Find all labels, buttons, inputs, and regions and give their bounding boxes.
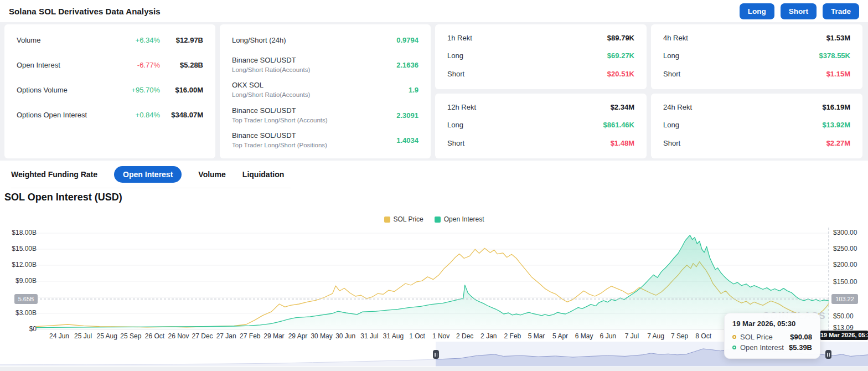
tab-volume[interactable]: Volume [198, 170, 226, 179]
axis-tick-label: 29 Apr [288, 332, 308, 340]
rekt-title: 12h Rekt [447, 103, 476, 111]
long-button[interactable]: Long [740, 3, 774, 19]
date-crosshair-badge: 19 Mar 2026, 05:30 [820, 331, 868, 340]
axis-tick-label: 31 Jul [360, 332, 378, 340]
tab-liquidation[interactable]: Liquidation [242, 170, 284, 179]
stat-row: Options Volume +95.70% $16.00M [17, 78, 203, 102]
stat-row: Options Open Interest +0.84% $348.07M [17, 102, 203, 127]
axis-tick-label: 6 May [575, 332, 593, 340]
axis-tick-label: $3.00B [4, 309, 37, 317]
tooltip-label: SOL Price [740, 333, 773, 341]
stat-value: $12.97B [160, 36, 203, 44]
ratio-row: Binance SOL/USDT Top Trader Long/Short (… [232, 128, 418, 153]
short-button[interactable]: Short [781, 3, 817, 19]
axis-tick-label: 29 Mar [264, 332, 284, 340]
rekt-short-label: Short [447, 139, 464, 147]
axis-tick-label: 25 Aug [97, 332, 117, 340]
axis-tick-label: 27 Dec [192, 332, 213, 340]
header: Solana SOL Derivatives Data Analysis Lon… [0, 0, 868, 22]
axis-tick-label: 25 Sep [120, 332, 141, 340]
axis-tick-label: 30 May [311, 332, 332, 340]
axis-tick-label: 27 Jan [216, 332, 236, 340]
tab-weighted-funding-rate[interactable]: Weighted Funding Rate [11, 170, 97, 179]
trade-button[interactable]: Trade [823, 3, 859, 19]
ratio-label: OKX SOL [232, 81, 310, 90]
rekt-short-label: Short [663, 139, 680, 147]
stat-row: Volume +6.34% $12.97B [17, 28, 203, 53]
rekt-total: $1.53M [826, 34, 850, 42]
axis-tick-label: $200.00 [833, 261, 866, 269]
axis-tick-label: 7 Aug [647, 332, 664, 340]
tooltip-value: $5.39B [789, 343, 812, 352]
rekt-long-label: Long [663, 51, 679, 60]
rekt-long-value: $378.55K [819, 51, 850, 60]
axis-tick-label: $0 [4, 325, 37, 333]
tooltip-label: Open Interest [740, 343, 784, 352]
axis-tick-label: 2 Dec [456, 332, 473, 340]
rekt-short-value: $1.15M [826, 70, 850, 78]
rekt-long-label: Long [447, 121, 463, 129]
rekt-column-1: 1h Rekt$89.79K Long$69.27K Short$20.51K … [435, 24, 647, 158]
ratio-row: OKX SOL Long/Short Ratio(Accounts) 1.9 [232, 78, 418, 102]
stat-change: +95.70% [131, 86, 160, 94]
axis-tick-label: 2 Feb [504, 332, 521, 340]
legend-sol-price[interactable]: SOL Price [384, 215, 423, 223]
rekt-4h-card: 4h Rekt$1.53M Long$378.55K Short$1.15M [651, 24, 862, 89]
stat-value: $348.07M [160, 111, 203, 119]
tooltip-value: $90.08 [790, 333, 812, 341]
stat-label: Options Volume [17, 86, 68, 94]
stat-change: +0.84% [136, 111, 160, 119]
stat-value: $5.28B [160, 61, 203, 69]
axis-tick-label: $9.00B [4, 277, 37, 285]
rekt-title: 1h Rekt [447, 34, 472, 42]
chart-tooltip: 19 Mar 2026, 05:30 SOL Price $90.08 Open… [724, 313, 820, 359]
axis-tick-label: $50.00 [833, 312, 866, 320]
rekt-title: 24h Rekt [663, 103, 692, 111]
axis-tick-label: $250.00 [833, 245, 866, 253]
rekt-short-value: $20.51K [607, 70, 634, 78]
axis-tick-label: 30 Jun [335, 332, 355, 340]
chart-tabs: Weighted Funding Rate Open Interest Volu… [11, 166, 291, 188]
ratio-row: Binance SOL/USDT Long/Short Ratio(Accoun… [232, 53, 418, 78]
rekt-24h-card: 24h Rekt$16.19M Long$13.92M Short$2.27M [651, 94, 862, 158]
ratio-value: 1.4034 [396, 136, 418, 145]
ratio-row: Long/Short (24h) 0.9794 [232, 28, 418, 53]
stat-label: Open Interest [17, 61, 60, 69]
stat-label: Volume [17, 36, 40, 44]
tooltip-row: SOL Price $90.08 [732, 333, 812, 341]
page-title: Solana SOL Derivatives Data Analysis [9, 7, 161, 16]
ratio-value: 2.3091 [396, 111, 418, 120]
stat-label: Options Open Interest [17, 111, 87, 119]
chart-legend: SOL Price Open Interest [0, 215, 868, 223]
chart-title: SOL Open Interest (USD) [4, 192, 122, 203]
ratio-value: 2.1636 [396, 61, 418, 69]
open-interest-chart[interactable]: SOL Price Open Interest $18.00B$15.00B$1… [0, 213, 868, 371]
legend-swatch-icon [384, 217, 390, 223]
navigator-right-handle[interactable] [825, 350, 831, 359]
legend-open-interest[interactable]: Open Interest [435, 215, 484, 223]
market-stats-card: Volume +6.34% $12.97B Open Interest -6.7… [4, 24, 215, 158]
rekt-1h-card: 1h Rekt$89.79K Long$69.27K Short$20.51K [435, 24, 647, 89]
ratio-value: 1.9 [409, 86, 418, 94]
ratio-sublabel: Long/Short Ratio(Accounts) [232, 66, 310, 74]
ratio-row: Binance SOL/USDT Top Trader Long/Short (… [232, 103, 418, 128]
rekt-12h-card: 12h Rekt$2.34M Long$861.46K Short$1.48M [435, 94, 647, 158]
legend-label: Open Interest [444, 215, 484, 223]
ratio-label: Binance SOL/USDT [232, 131, 327, 140]
axis-tick-label: 31 Aug [383, 332, 404, 340]
stats-section: Volume +6.34% $12.97B Open Interest -6.7… [0, 22, 868, 161]
rekt-total: $2.34M [611, 103, 634, 111]
ratio-label: Binance SOL/USDT [232, 106, 328, 115]
price-crosshair-badge: 103.22 [831, 294, 858, 304]
axis-tick-label: $150.00 [833, 278, 866, 286]
ratio-label: Long/Short (24h) [232, 36, 286, 45]
axis-tick-label: $15.00B [4, 245, 37, 253]
legend-swatch-icon [435, 217, 441, 223]
axis-tick-label: 5 Mar [528, 332, 545, 340]
axis-tick-label: 26 Oct [145, 332, 164, 340]
ratio-value: 0.9794 [396, 36, 418, 44]
ratio-label: Binance SOL/USDT [232, 56, 310, 65]
axis-tick-label: 24 Jun [49, 332, 69, 340]
navigator-left-handle[interactable] [433, 350, 439, 359]
tab-open-interest[interactable]: Open Interest [114, 166, 182, 183]
